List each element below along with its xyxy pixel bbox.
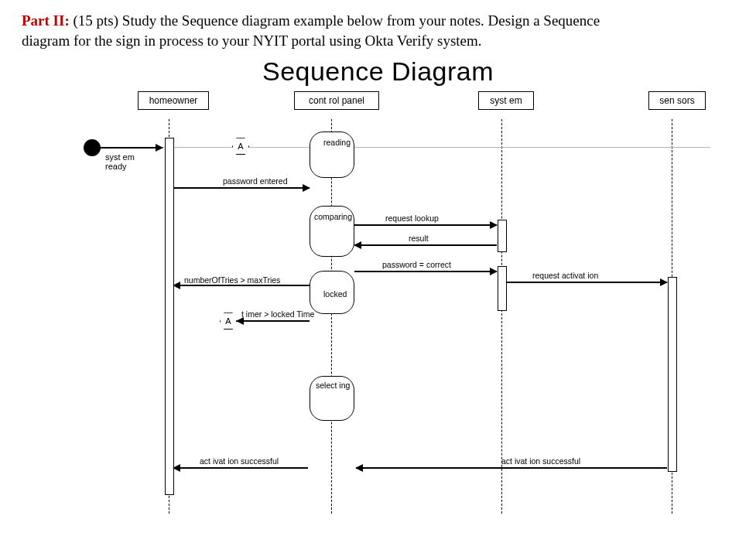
msg-password-entered (173, 187, 310, 189)
guide-line (91, 147, 710, 148)
activation-system-lookup (498, 220, 507, 252)
points-label: (15 pts) (73, 12, 118, 29)
lifeline-control-panel (331, 119, 332, 514)
connector-a-locked: A (220, 312, 237, 330)
arrow-start-to-homeowner (101, 147, 162, 149)
msg-password-correct (354, 271, 497, 272)
participant-control-panel: cont rol panel (294, 91, 379, 110)
msg-activation-successful-right (356, 467, 667, 469)
system-ready-label: syst em ready (105, 152, 135, 171)
msg-timer-locked (237, 320, 310, 322)
state-selecting-label: select ing (316, 381, 350, 390)
msg-request-lookup-label: request lookup (385, 213, 439, 223)
start-node-icon (84, 139, 101, 156)
lifeline-system (501, 119, 502, 514)
participant-system: syst em (478, 91, 534, 110)
msg-number-of-tries (173, 285, 310, 286)
msg-number-of-tries-label: numberOfTries > maxTries (184, 275, 280, 285)
connector-a-top: A (232, 138, 249, 155)
msg-request-activation-label: request activat ion (532, 271, 598, 280)
activation-homeowner (165, 138, 174, 495)
participant-homeowner: homeowner (138, 91, 209, 110)
msg-password-entered-label: password entered (223, 176, 287, 186)
msg-timer-locked-label: t imer > locked Time (241, 309, 314, 319)
msg-activation-successful-left (173, 467, 308, 469)
activation-system-activate (498, 266, 507, 311)
msg-result-label: result (409, 234, 429, 243)
state-comparing-label: comparing (314, 212, 352, 221)
diagram-title: Sequence Diagram (22, 56, 734, 87)
activation-sensors (668, 277, 677, 472)
participant-sensors: sen sors (648, 91, 706, 110)
msg-result (354, 244, 497, 246)
question-line-2: diagram for the sign in process to your … (22, 32, 482, 49)
state-locked-label: locked (323, 289, 347, 299)
part-label: Part II: (22, 12, 70, 29)
question-block: Part II: (15 pts) Study the Sequence dia… (22, 11, 734, 50)
msg-activation-successful-left-label: act ivat ion successful (200, 456, 279, 466)
state-reading-label: reading (323, 138, 351, 147)
page-root: Part II: (15 pts) Study the Sequence dia… (0, 0, 756, 543)
msg-activation-successful-right-label: act ivat ion successful (501, 456, 580, 466)
msg-password-correct-label: password = correct (382, 260, 451, 269)
msg-request-activation (506, 282, 667, 283)
question-line-1: Study the Sequence diagram example below… (122, 12, 600, 29)
sequence-diagram: homeowner cont rol panel syst em sen sor… (22, 91, 734, 524)
msg-request-lookup (354, 224, 497, 226)
